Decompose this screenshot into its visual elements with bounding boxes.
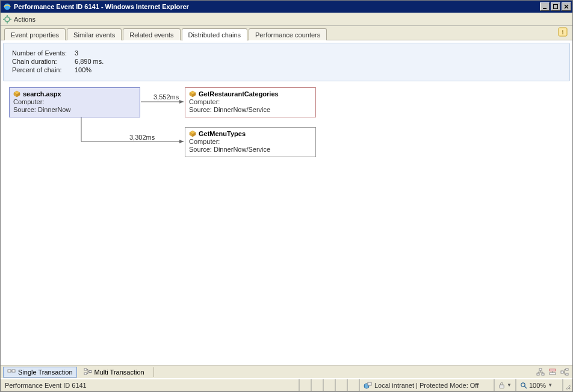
window-title: Performance Event ID 6141 - Windows Inte… bbox=[14, 3, 189, 10]
node-grc-computer-label: Computer: bbox=[189, 98, 220, 105]
tree-collapse-icon bbox=[548, 368, 557, 376]
status-security[interactable]: ▼ bbox=[494, 379, 516, 391]
status-pane-5 bbox=[347, 379, 359, 391]
event-icon bbox=[189, 130, 196, 137]
dropdown-icon: ▼ bbox=[507, 382, 512, 388]
resize-grip[interactable] bbox=[563, 379, 572, 391]
node-search-source-value: DinnerNow bbox=[38, 106, 70, 113]
content-toolbar: Single Transaction Multi Transaction bbox=[1, 365, 572, 378]
status-zoom[interactable]: 100% ▼ bbox=[516, 379, 563, 391]
tab-event-properties[interactable]: Event properties bbox=[4, 28, 66, 40]
toolbar-separator bbox=[153, 367, 154, 377]
single-transaction-icon bbox=[7, 368, 16, 376]
svg-rect-37 bbox=[500, 385, 504, 388]
minimize-button[interactable] bbox=[540, 2, 550, 11]
svg-rect-25 bbox=[89, 370, 91, 372]
node-search-title: search.aspx bbox=[23, 90, 61, 98]
node-get-menu-types[interactable]: GetMenuTypes Computer: Source: DinnerNow… bbox=[185, 127, 316, 157]
multi-transaction-button[interactable]: Multi Transaction bbox=[79, 367, 149, 378]
status-zone-text: Local intranet | Protected Mode: Off bbox=[374, 382, 479, 389]
svg-point-38 bbox=[521, 382, 525, 386]
edge-2-label: 3,302ms bbox=[129, 134, 155, 141]
tree-icon bbox=[536, 368, 545, 376]
node-get-restaurant-categories[interactable]: GetRestaurantCategories Computer: Source… bbox=[185, 87, 316, 117]
svg-rect-30 bbox=[550, 373, 556, 375]
actions-menu[interactable]: Actions bbox=[14, 16, 36, 23]
status-pane-2 bbox=[311, 379, 323, 391]
summary-events-label: Number of Events: bbox=[12, 49, 75, 57]
node-grc-source-label: Source: bbox=[189, 106, 212, 113]
summary-duration-label: Chain duration: bbox=[12, 58, 75, 65]
tree-expand-icon bbox=[560, 368, 569, 376]
summary-percent-label: Percent of chain: bbox=[12, 66, 75, 73]
node-gmt-source-label: Source: bbox=[189, 146, 212, 153]
tab-distributed-chains[interactable]: Distributed chains bbox=[182, 28, 247, 41]
svg-rect-21 bbox=[12, 370, 15, 372]
lock-icon bbox=[498, 382, 505, 389]
gear-icon bbox=[3, 15, 11, 23]
node-search-computer-label: Computer: bbox=[13, 98, 44, 105]
status-zoom-text: 100% bbox=[529, 382, 546, 389]
svg-rect-29 bbox=[550, 369, 556, 371]
svg-rect-27 bbox=[537, 373, 539, 375]
svg-rect-32 bbox=[561, 371, 563, 373]
summary-events-value: 3 bbox=[75, 49, 78, 57]
tab-bar: Event properties Similar events Related … bbox=[1, 26, 572, 40]
help-icon[interactable]: i bbox=[558, 27, 568, 37]
svg-line-39 bbox=[525, 386, 527, 388]
svg-rect-28 bbox=[542, 373, 544, 375]
layout-button-1[interactable] bbox=[535, 367, 546, 378]
svg-rect-23 bbox=[84, 369, 87, 370]
svg-rect-33 bbox=[566, 369, 568, 370]
single-transaction-button[interactable]: Single Transaction bbox=[3, 367, 77, 378]
summary-band: Number of Events: 3 Chain duration: 6,89… bbox=[3, 43, 570, 81]
svg-point-3 bbox=[5, 17, 10, 22]
svg-rect-34 bbox=[566, 373, 568, 375]
window-titlebar: Performance Event ID 6141 - Windows Inte… bbox=[1, 1, 572, 13]
node-gmt-computer-label: Computer: bbox=[189, 138, 220, 145]
svg-rect-2 bbox=[554, 5, 558, 9]
status-zone[interactable]: Local intranet | Protected Mode: Off bbox=[359, 379, 494, 391]
svg-rect-20 bbox=[8, 370, 11, 372]
menubar: Actions bbox=[1, 13, 572, 26]
status-pane-3 bbox=[323, 379, 335, 391]
close-button[interactable] bbox=[562, 2, 571, 11]
single-transaction-label: Single Transaction bbox=[18, 369, 73, 376]
svg-rect-36 bbox=[368, 382, 371, 385]
summary-duration-value: 6,890 ms. bbox=[75, 58, 104, 65]
tab-similar-events[interactable]: Similar events bbox=[67, 28, 122, 40]
intranet-icon bbox=[364, 381, 372, 390]
svg-rect-1 bbox=[543, 8, 547, 9]
status-pane-1 bbox=[299, 379, 311, 391]
node-gmt-source-value: DinnerNow/Service bbox=[214, 146, 270, 153]
chain-diagram[interactable]: search.aspx Computer: Source: DinnerNow … bbox=[3, 84, 570, 362]
node-grc-source-value: DinnerNow/Service bbox=[214, 106, 270, 113]
status-page-title: Performance Event ID 6141 bbox=[1, 379, 299, 391]
content-area: Number of Events: 3 Chain duration: 6,89… bbox=[1, 40, 572, 378]
svg-rect-26 bbox=[539, 369, 542, 370]
multi-transaction-icon bbox=[84, 368, 92, 376]
summary-percent-value: 100% bbox=[75, 66, 91, 73]
svg-rect-24 bbox=[84, 373, 87, 375]
svg-text:i: i bbox=[562, 28, 563, 36]
maximize-button[interactable] bbox=[551, 2, 560, 11]
node-gmt-title: GetMenuTypes bbox=[199, 130, 246, 137]
edge-1-label: 3,552ms bbox=[153, 93, 179, 101]
dropdown-icon: ▼ bbox=[548, 382, 553, 388]
node-search-source-label: Source: bbox=[13, 106, 36, 113]
status-pane-4 bbox=[335, 379, 347, 391]
tab-related-events[interactable]: Related events bbox=[123, 28, 180, 40]
node-search[interactable]: search.aspx Computer: Source: DinnerNow bbox=[9, 87, 140, 117]
event-icon bbox=[13, 90, 20, 98]
multi-transaction-label: Multi Transaction bbox=[94, 369, 144, 376]
node-grc-title: GetRestaurantCategories bbox=[199, 90, 279, 98]
layout-button-3[interactable] bbox=[559, 367, 570, 378]
tab-performance-counters[interactable]: Performance counters bbox=[249, 28, 327, 40]
ie-icon bbox=[3, 2, 11, 11]
event-icon bbox=[189, 90, 196, 98]
status-bar: Performance Event ID 6141 Local intranet… bbox=[1, 378, 572, 391]
svg-point-0 bbox=[4, 4, 11, 10]
zoom-icon bbox=[520, 382, 527, 389]
layout-button-2[interactable] bbox=[547, 367, 558, 378]
